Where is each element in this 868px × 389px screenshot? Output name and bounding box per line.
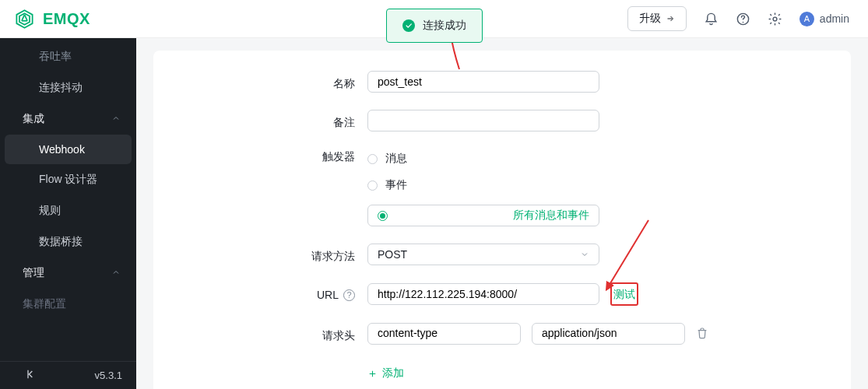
radio-label: 事件 <box>385 178 407 192</box>
test-connection-button[interactable]: 测试 <box>610 282 638 306</box>
brand-logo[interactable]: EMQX <box>14 9 90 30</box>
chevron-up-icon <box>111 267 121 279</box>
sidebar-item-cluster-config[interactable]: 集群配置 <box>0 289 136 320</box>
sidebar-group-integration[interactable]: 集成 <box>0 103 136 135</box>
url-input[interactable] <box>367 283 599 305</box>
label-name: 名称 <box>184 71 367 91</box>
label-trigger: 触发器 <box>184 149 367 164</box>
radio-dot-icon <box>367 154 378 164</box>
sidebar-item-data-bridge[interactable]: 数据桥接 <box>0 226 136 258</box>
label-method: 请求方法 <box>184 244 367 264</box>
radio-trigger-event[interactable]: 事件 <box>367 178 599 192</box>
svg-line-2 <box>22 14 25 20</box>
help-icon[interactable] <box>736 12 750 26</box>
version-label: v5.3.1 <box>95 370 122 381</box>
sidebar-group-label: 集成 <box>23 112 44 126</box>
toast-success: 连接成功 <box>386 9 483 43</box>
info-icon[interactable]: ? <box>343 289 355 301</box>
sidebar-group-label: 管理 <box>23 266 44 280</box>
chevron-up-icon <box>111 113 121 125</box>
upgrade-label: 升级 <box>639 12 661 26</box>
check-circle-icon <box>402 19 415 32</box>
toast-message: 连接成功 <box>423 19 466 33</box>
brand-name: EMQX <box>43 10 90 28</box>
arrow-right-icon <box>666 14 675 23</box>
add-label: 添加 <box>382 366 404 380</box>
sidebar-item-rules[interactable]: 规则 <box>0 195 136 226</box>
sidebar-item-flapping[interactable]: 连接抖动 <box>0 72 136 103</box>
delete-header-icon[interactable] <box>696 327 708 342</box>
label-remark: 备注 <box>184 110 367 130</box>
radio-label: 消息 <box>385 152 407 166</box>
header-value-input[interactable] <box>532 323 685 345</box>
radio-trigger-message[interactable]: 消息 <box>367 152 599 166</box>
method-select[interactable]: POST <box>367 244 599 265</box>
svg-line-3 <box>25 14 28 20</box>
remark-input[interactable] <box>367 110 599 131</box>
chevron-down-icon <box>580 250 589 259</box>
url-label-text: URL <box>317 289 339 301</box>
header-key-input[interactable] <box>367 323 521 345</box>
name-input[interactable] <box>367 71 599 93</box>
radio-label: 所有消息和事件 <box>513 209 589 223</box>
plus-icon <box>367 369 378 379</box>
settings-icon[interactable] <box>768 12 782 26</box>
avatar: A <box>799 12 814 26</box>
label-url: URL ? <box>184 282 367 301</box>
sidebar-group-management[interactable]: 管理 <box>0 258 136 289</box>
sidebar-item-flow-designer[interactable]: Flow 设计器 <box>0 164 136 195</box>
sidebar-item-label: 集群配置 <box>23 297 66 311</box>
sidebar-item-webhook[interactable]: Webhook <box>5 135 132 164</box>
emqx-logo-icon <box>14 9 35 30</box>
method-value: POST <box>378 248 407 261</box>
user-menu[interactable]: A admin <box>799 12 849 26</box>
radio-dot-icon <box>367 180 378 191</box>
label-headers: 请求头 <box>184 323 367 343</box>
user-name: admin <box>820 12 849 25</box>
notifications-icon[interactable] <box>704 12 719 26</box>
sidebar-item-throughput[interactable]: 吞吐率 <box>0 41 136 72</box>
collapse-sidebar-icon[interactable] <box>25 368 37 383</box>
radio-dot-icon <box>378 211 388 221</box>
upgrade-button[interactable]: 升级 <box>627 6 687 31</box>
add-header-button[interactable]: 添加 <box>367 366 404 380</box>
svg-point-6 <box>773 17 777 21</box>
radio-trigger-all[interactable]: 所有消息和事件 <box>367 205 599 226</box>
